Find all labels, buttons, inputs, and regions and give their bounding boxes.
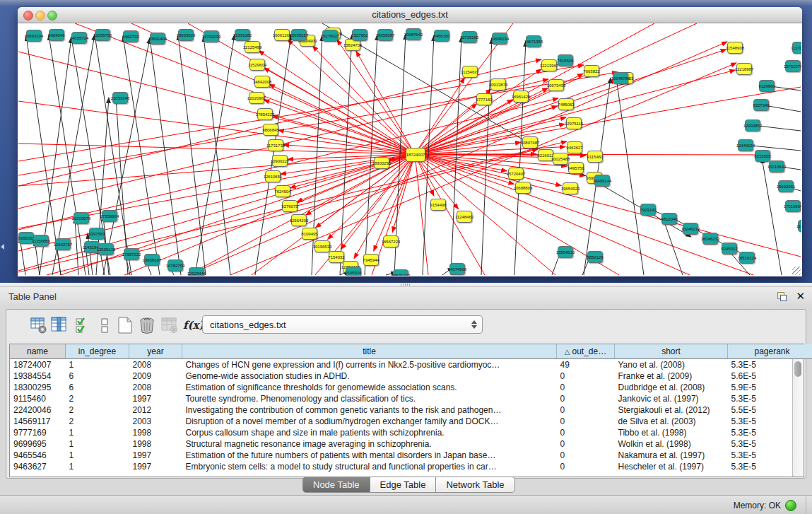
table-cell[interactable]: 0 (557, 461, 615, 472)
column-header-short[interactable]: short (615, 344, 728, 359)
graph-node[interactable]: 15751074 (785, 60, 801, 72)
graph-node[interactable]: 9276075 (282, 200, 298, 212)
column-header-in_degree[interactable]: in_degree (66, 344, 129, 359)
column-header-pagerank[interactable]: pagerank (728, 344, 812, 359)
table-row[interactable]: 1938455462009Genome-wide association stu… (10, 370, 812, 382)
graph-node[interactable]: 24055724 (71, 32, 87, 44)
graph-node[interactable]: 10973493 (548, 79, 564, 91)
graph-node[interactable]: 15276021 (322, 30, 338, 42)
graph-node[interactable]: 14671355 (526, 35, 541, 47)
graph-node[interactable]: 7485063 (558, 98, 574, 110)
graph-node[interactable]: 12444154 (738, 139, 753, 151)
graph-node[interactable]: 11248463 (457, 211, 472, 223)
table-cell[interactable]: 6 (66, 382, 129, 393)
show-columns-icon[interactable] (50, 316, 69, 334)
graph-node[interactable]: 16531233 (393, 269, 408, 276)
select-all-icon[interactable] (74, 316, 93, 334)
graph-node[interactable]: 9495756 (568, 162, 584, 174)
graph-node[interactable]: 18724007 (406, 148, 425, 162)
graph-node[interactable]: 8109495 (302, 228, 317, 240)
table-cell[interactable]: 9777169 (10, 427, 66, 438)
table-cell[interactable]: 0 (557, 382, 615, 393)
graph-node[interactable]: 15720407 (508, 168, 524, 180)
table-cell[interactable]: Hescheler et al. (1997) (615, 461, 728, 472)
graph-node[interactable]: 9462733 (123, 30, 139, 42)
table-cell[interactable]: 1997 (129, 450, 182, 461)
window-resize-grip[interactable] (792, 267, 801, 275)
graph-node[interactable]: 12610651 (265, 170, 281, 182)
graph-node[interactable]: 16046212 (702, 233, 718, 245)
graph-node[interactable]: 11529604 (249, 59, 265, 71)
close-panel-icon[interactable]: ✕ (796, 290, 805, 303)
table-cell[interactable]: 2003 (129, 416, 182, 427)
network-selector-dropdown[interactable]: citations_edges.txt (202, 315, 483, 334)
table-cell[interactable]: 2008 (129, 382, 182, 393)
graph-node[interactable]: 1527602 (352, 29, 367, 41)
table-row[interactable]: 946554611997Estimation of the future num… (10, 450, 812, 461)
table-cell[interactable]: 1998 (129, 427, 182, 438)
graph-node[interactable]: 11154637 (462, 66, 478, 78)
graph-node[interactable]: 12564209 (291, 214, 307, 226)
graph-node[interactable]: 18510124 (739, 252, 755, 264)
table-cell[interactable]: 2 (66, 393, 129, 404)
graph-node[interactable]: 16409144 (594, 175, 610, 187)
table-cell[interactable]: 0 (557, 450, 615, 461)
delete-icon[interactable] (138, 316, 156, 334)
table-cell[interactable]: Changes of HCN gene expression and I(f) … (182, 359, 557, 371)
graph-node[interactable]: 7624504 (275, 185, 290, 197)
graph-node[interactable]: 12942757 (55, 238, 71, 250)
network-window[interactable]: citations_edges.txt 18724007121254991152… (18, 7, 802, 276)
table-cell[interactable]: Corpus callosum shape and size in male p… (182, 427, 557, 438)
graph-node[interactable]: 7345944 (363, 254, 379, 266)
table-cell[interactable]: 9463627 (10, 461, 66, 472)
graph-node[interactable]: 7663822 (584, 65, 599, 77)
table-cell[interactable]: 2008 (129, 359, 182, 371)
panel-collapse-arrow-icon[interactable] (1, 244, 4, 250)
table-cell[interactable]: 9115460 (10, 393, 66, 404)
graph-node[interactable]: 11170757 (792, 42, 801, 54)
graph-node[interactable]: 9806845 (263, 124, 278, 136)
table-cell[interactable]: 6 (66, 370, 129, 382)
table-cell[interactable]: Dudbridge et al. (2008) (615, 382, 728, 393)
table-row[interactable]: 1872400712008Changes of HCN gene express… (10, 359, 812, 371)
table-cell[interactable]: 49 (557, 359, 615, 371)
table-cell[interactable]: Jankovic et al. (1997) (615, 393, 728, 404)
graph-node[interactable]: 9777169 (476, 93, 492, 105)
graph-node[interactable]: 16210643 (769, 160, 784, 173)
column-header-name[interactable]: name (10, 344, 66, 359)
table-row[interactable]: 1456911722003Disruption of a novel membe… (10, 416, 812, 427)
network-canvas[interactable]: 1872400712125499115296041484200812020961… (18, 23, 801, 276)
table-cell[interactable]: 18300295 (10, 382, 66, 393)
graph-node[interactable]: 17359924 (102, 210, 117, 222)
graph-node[interactable]: 9227349 (753, 99, 769, 111)
table-cell[interactable]: 1998 (129, 438, 182, 450)
table-cell[interactable]: Genome-wide association studies in ADHD. (182, 370, 557, 382)
table-row[interactable]: 2242004622012Investigating the contribut… (10, 404, 812, 416)
graph-node[interactable]: 14842008 (254, 76, 270, 88)
table-cell[interactable]: 0 (557, 404, 615, 416)
table-cell[interactable]: Disruption of a novel member of a sodium… (182, 416, 557, 427)
graph-node[interactable]: 17957222 (124, 248, 139, 260)
graph-node[interactable]: 18300295 (374, 157, 389, 169)
graph-node[interactable]: 9154498 (430, 199, 446, 211)
graph-node[interactable]: 13505135 (98, 243, 114, 255)
table-cell[interactable]: 1 (66, 461, 129, 472)
table-cell[interactable]: 2009 (129, 370, 182, 382)
graph-node[interactable]: 20691406 (150, 33, 165, 45)
graph-node[interactable]: 9115460 (587, 151, 603, 163)
graph-node[interactable]: 12125499 (245, 41, 260, 53)
graph-node[interactable]: 10688809 (515, 182, 531, 194)
table-cell[interactable]: Nakamura et al. (1997) (615, 450, 728, 461)
table-cell[interactable]: Structural magnetic resonance image aver… (182, 438, 557, 450)
graph-node[interactable]: 10900227 (272, 155, 288, 167)
graph-node[interactable]: 11731739 (268, 139, 283, 151)
graph-node[interactable]: 20663104 (26, 30, 42, 42)
table-cell[interactable]: 19384554 (10, 370, 66, 382)
scrollbar-thumb[interactable] (794, 361, 801, 377)
table-cell[interactable]: Yano et al. (2008) (615, 359, 728, 371)
table-cell[interactable]: 1997 (129, 461, 182, 472)
graph-node[interactable]: 8466160 (434, 30, 449, 42)
graph-node[interactable]: 19654923 (563, 182, 578, 194)
table-cell[interactable]: Investigating the contribution of common… (182, 404, 557, 416)
table-cell[interactable]: 22420046 (10, 404, 66, 416)
